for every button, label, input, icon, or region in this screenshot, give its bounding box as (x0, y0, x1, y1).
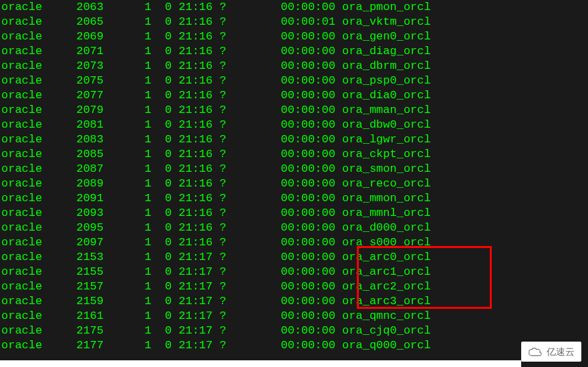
process-row: oracle 2085 1 0 21:16 ? 00:00:00 ora_ckp… (1, 147, 587, 162)
process-row: oracle 2157 1 0 21:17 ? 00:00:00 ora_arc… (1, 279, 587, 294)
process-row: oracle 2175 1 0 21:17 ? 00:00:00 ora_cjq… (1, 324, 587, 338)
process-row: oracle 2075 1 0 21:16 ? 00:00:00 ora_psp… (1, 74, 587, 88)
process-row: oracle 2089 1 0 21:16 ? 00:00:00 ora_rec… (1, 176, 587, 191)
process-row: oracle 2153 1 0 21:17 ? 00:00:00 ora_arc… (1, 250, 587, 265)
process-row: oracle 2091 1 0 21:16 ? 00:00:00 ora_mmo… (1, 191, 587, 206)
process-row: oracle 2077 1 0 21:16 ? 00:00:00 ora_dia… (1, 88, 587, 103)
process-row: oracle 2063 1 0 21:16 ? 00:00:00 ora_pmo… (1, 0, 587, 15)
process-row: oracle 2071 1 0 21:16 ? 00:00:00 ora_dia… (1, 44, 587, 59)
process-row: oracle 2081 1 0 21:16 ? 00:00:00 ora_dbw… (1, 118, 587, 132)
process-row: oracle 2161 1 0 21:17 ? 00:00:00 ora_qmn… (1, 309, 587, 324)
process-row: oracle 2097 1 0 21:16 ? 00:00:00 ora_s00… (1, 235, 587, 250)
watermark-text: 亿速云 (547, 344, 575, 359)
process-row: oracle 2083 1 0 21:16 ? 00:00:00 ora_lgw… (1, 132, 587, 147)
process-row: oracle 2177 1 0 21:17 ? 00:00:00 ora_q00… (1, 338, 587, 353)
process-row: oracle 2073 1 0 21:16 ? 00:00:00 ora_dbr… (1, 59, 587, 74)
process-row: oracle 2159 1 0 21:17 ? 00:00:00 ora_arc… (1, 294, 587, 309)
process-row: oracle 2079 1 0 21:16 ? 00:00:00 ora_mma… (1, 103, 587, 118)
terminal-output: oracle 2063 1 0 21:16 ? 00:00:00 ora_pmo… (0, 0, 588, 353)
process-row: oracle 2069 1 0 21:16 ? 00:00:00 ora_gen… (1, 29, 587, 44)
process-row: oracle 2065 1 0 21:16 ? 00:00:01 ora_vkt… (1, 15, 587, 29)
process-row: oracle 2155 1 0 21:17 ? 00:00:00 ora_arc… (1, 265, 587, 279)
process-row: oracle 2087 1 0 21:16 ? 00:00:00 ora_smo… (1, 162, 587, 176)
watermark: 亿速云 (521, 342, 581, 362)
process-row: oracle 2093 1 0 21:16 ? 00:00:00 ora_mmn… (1, 206, 587, 221)
cloud-icon (528, 347, 543, 356)
process-row: oracle 2095 1 0 21:16 ? 00:00:00 ora_d00… (1, 221, 587, 235)
bottom-border (0, 360, 521, 367)
